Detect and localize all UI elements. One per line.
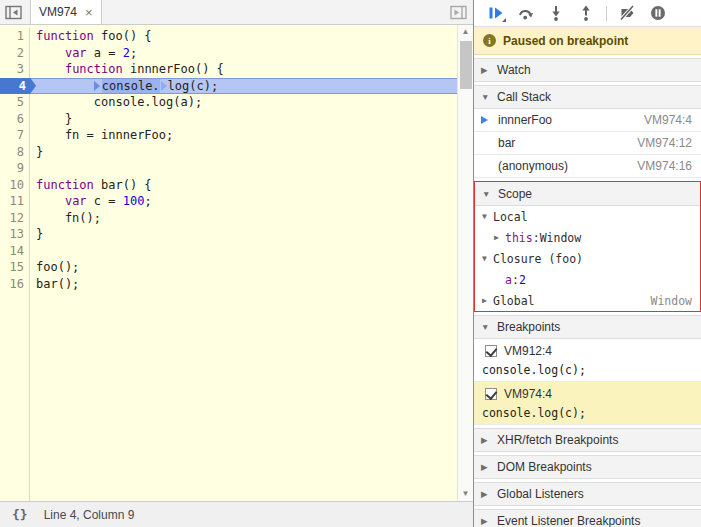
line-number[interactable]: 5	[0, 94, 30, 111]
step-location-marker-icon[interactable]	[94, 81, 100, 91]
resume-button[interactable]	[482, 1, 509, 25]
pretty-print-button[interactable]: {}	[12, 507, 28, 522]
line-number[interactable]: 8	[0, 144, 30, 161]
code-line-row[interactable]: 8}	[0, 144, 457, 161]
section-global-listeners[interactable]: ▶Global Listeners	[474, 482, 701, 506]
section-call-stack[interactable]: ▼ Call Stack	[474, 85, 701, 109]
code-token: }	[36, 227, 43, 241]
line-number[interactable]: 2	[0, 45, 30, 62]
code-line[interactable]	[30, 160, 457, 177]
code-line[interactable]: console.log(c);	[30, 78, 457, 95]
source-tab[interactable]: VM974 ×	[30, 0, 102, 24]
step-into-button[interactable]	[542, 1, 569, 25]
breakpoint-checkbox[interactable]	[485, 345, 497, 357]
line-number[interactable]: 7	[0, 127, 30, 144]
breakpoint-header[interactable]: VM974:4	[474, 385, 701, 403]
scrollbar-up-icon[interactable]: ▲	[458, 25, 473, 39]
code-line-row[interactable]: 13}	[0, 226, 457, 243]
editor-empty-area[interactable]	[0, 292, 457, 501]
breakpoint-checkbox[interactable]	[485, 388, 497, 400]
code-line[interactable]: fn();	[30, 210, 457, 227]
line-number[interactable]: 9	[0, 160, 30, 177]
code-line[interactable]: function foo() {	[30, 28, 457, 45]
chevron-down-icon[interactable]: ▼	[482, 254, 493, 263]
code-token: c =	[87, 194, 123, 208]
call-stack-frame[interactable]: barVM974:12	[474, 132, 701, 155]
call-stack-frame[interactable]: innnerFooVM974:4	[474, 109, 701, 132]
line-number[interactable]: 1	[0, 28, 30, 45]
breakpoint-entry[interactable]: VM912:4console.log(c);	[474, 339, 701, 382]
section-dom-breakpoints[interactable]: ▶DOM Breakpoints	[474, 455, 701, 479]
line-number[interactable]: 6	[0, 111, 30, 128]
line-number[interactable]: 3	[0, 61, 30, 78]
scope-section-row[interactable]: ▼Closure (foo)	[475, 248, 700, 269]
breakpoint-entry[interactable]: VM974:4console.log(c);	[474, 382, 701, 425]
line-number[interactable]: 12	[0, 210, 30, 227]
code-line-row[interactable]: 14	[0, 243, 457, 260]
code-line-row[interactable]: 1function foo() {	[0, 28, 457, 45]
code-line[interactable]: }	[30, 111, 457, 128]
editor-scrollbar[interactable]: ▲ ▼	[457, 25, 473, 501]
chevron-down-icon: ▼	[482, 189, 493, 199]
code-line-row[interactable]: 16bar();	[0, 276, 457, 293]
scrollbar-down-icon[interactable]: ▼	[458, 487, 473, 501]
line-number[interactable]: 4	[0, 78, 30, 95]
deactivate-breakpoints-button[interactable]	[614, 1, 641, 25]
line-number[interactable]: 15	[0, 259, 30, 276]
code-line-row[interactable]: 12 fn();	[0, 210, 457, 227]
step-location-marker-icon[interactable]	[161, 81, 167, 91]
section-event-listener-breakpoints[interactable]: ▶Event Listener Breakpoints	[474, 509, 701, 527]
scope-property[interactable]: a: 2	[475, 269, 700, 290]
code-line[interactable]: function innnerFoo() {	[30, 61, 457, 78]
show-navigator-button[interactable]	[0, 0, 27, 24]
scope-section-row[interactable]: ▼Local	[475, 206, 700, 227]
breakpoint-header[interactable]: VM912:4	[474, 342, 701, 360]
line-number[interactable]: 10	[0, 177, 30, 194]
frame-function-name: bar	[498, 136, 637, 150]
code-line[interactable]: var c = 100;	[30, 193, 457, 210]
show-drawer-button[interactable]	[443, 0, 473, 24]
code-line-row[interactable]: 3 function innnerFoo() {	[0, 61, 457, 78]
code-line-row[interactable]: 10function bar() {	[0, 177, 457, 194]
pause-on-exceptions-button[interactable]	[644, 1, 671, 25]
chevron-down-icon[interactable]: ▼	[482, 212, 493, 221]
code-line[interactable]: console.log(a);	[30, 94, 457, 111]
code-line[interactable]: }	[30, 144, 457, 161]
code-line-row[interactable]: 5 console.log(a);	[0, 94, 457, 111]
scope-section-row[interactable]: ▶GlobalWindow	[475, 290, 700, 311]
code-line-row[interactable]: 9	[0, 160, 457, 177]
scrollbar-thumb[interactable]	[460, 41, 472, 89]
code-line-row[interactable]: 4 console.log(c);	[0, 78, 457, 95]
toolbar-separator	[606, 6, 607, 21]
code-line[interactable]: function bar() {	[30, 177, 457, 194]
line-number[interactable]: 14	[0, 243, 30, 260]
show-navigator-icon	[5, 5, 22, 20]
code-line-row[interactable]: 7 fn = innnerFoo;	[0, 127, 457, 144]
step-out-button[interactable]	[572, 1, 599, 25]
code-line[interactable]	[30, 243, 457, 260]
code-line-row[interactable]: 15foo();	[0, 259, 457, 276]
code-line[interactable]: var a = 2;	[30, 45, 457, 62]
scope-property[interactable]: ▶this: Window	[475, 227, 700, 248]
step-over-button[interactable]	[512, 1, 539, 25]
section-scope[interactable]: ▼ Scope	[475, 182, 700, 206]
source-editor[interactable]: 1function foo() {2 var a = 2;3 function …	[0, 25, 473, 501]
line-number[interactable]: 13	[0, 226, 30, 243]
line-number[interactable]: 16	[0, 276, 30, 293]
code-line[interactable]: foo();	[30, 259, 457, 276]
section-xhr-fetch-breakpoints[interactable]: ▶XHR/fetch Breakpoints	[474, 428, 701, 452]
code-line-row[interactable]: 11 var c = 100;	[0, 193, 457, 210]
chevron-right-icon[interactable]: ▶	[482, 296, 493, 305]
section-breakpoints[interactable]: ▼ Breakpoints	[474, 315, 701, 339]
code-line[interactable]: }	[30, 226, 457, 243]
chevron-right-icon[interactable]: ▶	[494, 233, 505, 242]
code-line[interactable]: bar();	[30, 276, 457, 293]
code-line-row[interactable]: 2 var a = 2;	[0, 45, 457, 62]
call-stack-frame[interactable]: (anonymous)VM974:16	[474, 155, 701, 178]
tab-close-icon[interactable]: ×	[85, 6, 93, 19]
section-watch[interactable]: ▶ Watch	[474, 58, 701, 82]
source-tab-label: VM974	[39, 5, 77, 19]
code-line-row[interactable]: 6 }	[0, 111, 457, 128]
line-number[interactable]: 11	[0, 193, 30, 210]
code-line[interactable]: fn = innnerFoo;	[30, 127, 457, 144]
